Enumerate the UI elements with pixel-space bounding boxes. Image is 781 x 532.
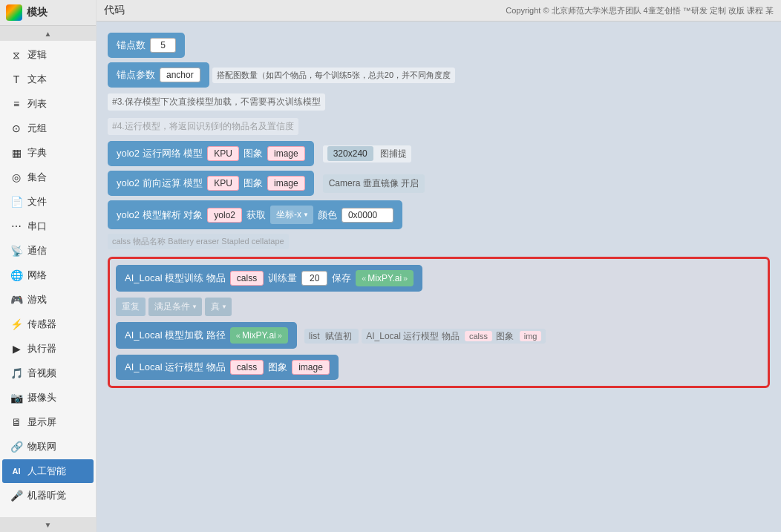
sidebar-item-element[interactable]: ⊙ 元组 (2, 116, 94, 140)
anchor-param-row: 锚点参数 anchor 搭配图数量（如四个物品，每个训练5张，总共20，并不同角… (108, 62, 770, 88)
ai-run-calss-input[interactable]: calss (230, 360, 264, 375)
sidebar-item-sensor-label: 传感器 (27, 318, 56, 331)
yolo2-obj-input[interactable]: yolo2 (207, 208, 242, 223)
sidebar-item-av-label: 音视频 (27, 367, 56, 380)
image-label-fwd: 图象 (244, 177, 263, 190)
ai-run-image2-input[interactable]: image (292, 360, 330, 375)
sidebar-header: 模块 (0, 0, 96, 26)
sidebar-item-list-label: 列表 (27, 97, 47, 111)
sidebar-item-dict[interactable]: ▦ 字典 (2, 141, 94, 165)
comment1-row: #3.保存模型下次直接模型加载，不需要再次训练模型 (108, 92, 770, 112)
sidebar-item-iot[interactable]: 🔗 物联网 (2, 435, 94, 459)
comment1-text: #3.保存模型下次直接模型加载，不需要再次训练模型 (108, 93, 325, 111)
sidebar-item-ml[interactable]: 🎤 机器听觉 (2, 484, 94, 508)
sensor-icon: ⚡ (10, 318, 23, 331)
ai-load-block: AI_Local 模型加载 路径 « MixPY.ai » (116, 322, 297, 349)
ai-train-row: AI_Local 模型训练 物品 calss 训练量 20 保存 « MixPY… (116, 265, 762, 292)
dict-icon: ▦ (10, 146, 23, 160)
sidebar-item-serial-label: 串口 (27, 220, 47, 233)
highlight-section: AI_Local 模型训练 物品 calss 训练量 20 保存 « MixPY… (108, 257, 770, 388)
ai-load-label: AI_Local 模型加载 路径 (125, 329, 226, 342)
tab-code[interactable]: 代码 (104, 4, 125, 17)
network-icon: 🌐 (10, 269, 23, 282)
list-label: list (309, 331, 320, 341)
sidebar-item-network[interactable]: 🌐 网络 (2, 263, 94, 287)
sidebar-item-camera-label: 摄像头 (27, 391, 56, 404)
yolo2-run-block: yolo2 运行网络 模型 KPU 图象 image (108, 141, 314, 166)
sidebar-scroll-down[interactable]: ▼ (0, 517, 96, 532)
sidebar-item-text[interactable]: T 文本 (2, 68, 94, 91)
true-dropdown[interactable]: 真 ▼ (205, 298, 232, 316)
code-area[interactable]: 锚点数 5 锚点参数 anchor 搭配图数量（如四个物品，每个训练5张，总共2… (97, 22, 781, 532)
sidebar-item-display[interactable]: 🖥 显示屏 (2, 410, 94, 434)
sidebar-item-file[interactable]: 📄 文件 (2, 190, 94, 214)
model-filename-block[interactable]: « MixPY.ai » (356, 270, 414, 286)
sidebar-item-file-label: 文件 (27, 195, 47, 208)
set-icon: ◎ (10, 171, 23, 184)
true-arrow-icon: ▼ (221, 303, 227, 310)
ai-run-row: AI_Local 运行模型 物品 calss 图象 image (116, 355, 762, 380)
sidebar-item-dict-label: 字典 (27, 146, 47, 160)
comment2-row: #4.运行模型，将返回识别到的物品名及置信度 (108, 116, 770, 137)
load-close-quote: » (278, 331, 282, 340)
sidebar-item-game[interactable]: 🎮 游戏 (2, 288, 94, 312)
sidebar-scroll-up[interactable]: ▲ (0, 26, 96, 41)
module-icon (6, 4, 22, 21)
hex-input[interactable]: 0x0000 (342, 208, 393, 223)
calss-items-text: calss 物品名称 Battery eraser Stapled cellat… (108, 234, 289, 249)
anchor-param-block: 锚点参数 anchor (108, 62, 209, 88)
condition-label: 满足条件 (154, 301, 190, 313)
model-filename: MixPY.ai (367, 273, 402, 283)
sidebar-item-list[interactable]: ≡ 列表 (2, 92, 94, 116)
list-icon: ≡ (10, 97, 23, 111)
ai-train-calss-input[interactable]: calss (230, 271, 264, 286)
ai-run-calss-faded: calss (465, 331, 492, 341)
resolution-dropdown[interactable]: 320x240 (327, 146, 373, 161)
sidebar-item-set-label: 集合 (27, 171, 47, 184)
sidebar-item-iot-label: 物联网 (27, 440, 56, 453)
sidebar-item-ml-label: 机器听觉 (27, 489, 66, 502)
repeat-condition-row: 重复 满足条件 ▼ 真 ▼ (116, 298, 762, 316)
coord-dropdown[interactable]: 坐标-x ▼ (270, 206, 313, 224)
ai-icon: AI (10, 464, 23, 478)
sidebar-item-actuator[interactable]: ▶ 执行器 (2, 337, 94, 361)
anchor-comment: 搭配图数量（如四个物品，每个训练5张，总共20，并不同角度度 (212, 68, 455, 83)
condition-dropdown[interactable]: 满足条件 ▼ (148, 298, 202, 316)
display-icon: 🖥 (10, 416, 23, 429)
sidebar-item-ai[interactable]: AI 人工智能 (2, 459, 94, 483)
image-input-fwd[interactable]: image (267, 176, 305, 191)
sidebar-item-camera[interactable]: 📷 摄像头 (2, 386, 94, 410)
sidebar-item-serial[interactable]: ⋯ 串口 (2, 214, 94, 238)
sidebar-item-logic[interactable]: ⧖ 逻辑 (2, 43, 94, 67)
av-icon: 🎵 (10, 367, 23, 380)
sidebar-item-ai-label: 人工智能 (27, 464, 66, 478)
ai-load-row: AI_Local 模型加载 路径 « MixPY.ai » list 赋值初 (116, 322, 762, 349)
element-icon: ⊙ (10, 122, 23, 135)
sidebar-item-av[interactable]: 🎵 音视频 (2, 361, 94, 385)
anchor-count-row: 锚点数 5 (108, 33, 770, 58)
open-quote: « (362, 274, 366, 283)
anchor-count-value[interactable]: 5 (150, 38, 176, 53)
anchor-input[interactable]: anchor (160, 68, 200, 82)
sidebar-item-element-label: 元组 (27, 122, 47, 135)
iot-icon: 🔗 (10, 440, 23, 453)
sidebar-item-comm[interactable]: 📡 通信 (2, 239, 94, 263)
train-count-value[interactable]: 20 (301, 271, 327, 286)
kpu-input-fwd[interactable]: KPU (207, 176, 239, 191)
ai-run-block: AI_Local 运行模型 物品 calss 图象 image (116, 355, 339, 380)
camera-row: Camera 垂直镜像 开启 (323, 174, 425, 193)
sidebar-header-label: 模块 (27, 6, 48, 19)
sidebar-item-text-label: 文本 (27, 73, 47, 86)
yolo2-fwd-row: yolo2 前向运算 模型 KPU 图象 image Camera 垂直镜像 开… (108, 171, 770, 196)
sidebar-item-sensor[interactable]: ⚡ 传感器 (2, 312, 94, 336)
ai-run-image2-label: 图象 (268, 361, 287, 374)
anchor-param-label: 锚点参数 (117, 68, 155, 82)
game-icon: 🎮 (10, 293, 23, 306)
true-label: 真 (211, 301, 220, 313)
kpu-input-run[interactable]: KPU (207, 146, 239, 161)
sidebar-item-network-label: 网络 (27, 269, 47, 282)
load-filename-block[interactable]: « MixPY.ai » (230, 327, 288, 344)
sidebar-item-set[interactable]: ◎ 集合 (2, 165, 94, 189)
image-input-run[interactable]: image (267, 146, 305, 161)
coord-label: 坐标-x (276, 208, 301, 221)
